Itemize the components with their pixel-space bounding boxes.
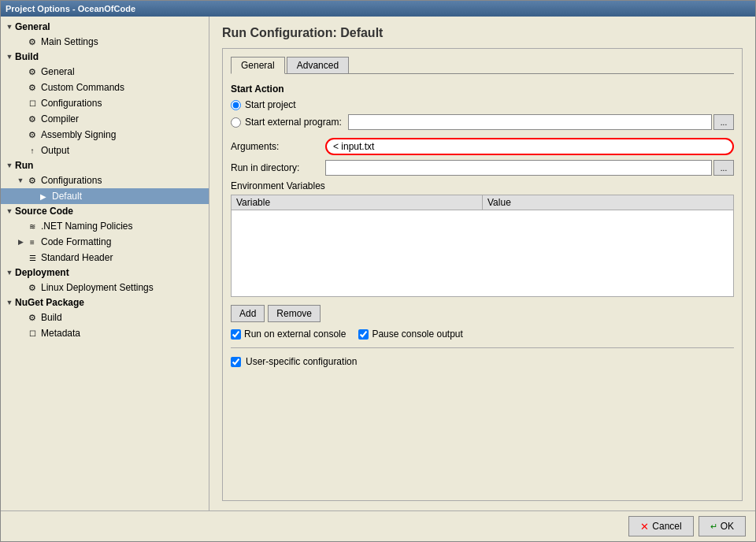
sidebar-item-general[interactable]: ▼ General	[1, 20, 209, 34]
gear-icon-2	[26, 65, 39, 78]
sidebar-item-default[interactable]: ▶ Default	[1, 188, 209, 204]
net-icon: ≋	[26, 220, 39, 232]
sidebar-item-code-formatting[interactable]: ▶ ≡ Code Formatting	[1, 234, 209, 250]
pause-console-checkbox[interactable]	[358, 329, 369, 340]
sidebar-label-build: Build	[15, 51, 39, 62]
run-external-console-label: Run on external console	[231, 329, 346, 340]
gear-icon-6	[26, 174, 39, 187]
sidebar-label-linux-deployment: Linux Deployment Settings	[41, 282, 154, 293]
sidebar-item-configurations-build[interactable]: ☐ Configurations	[1, 95, 209, 111]
sidebar-item-main-settings[interactable]: Main Settings	[1, 34, 209, 50]
sidebar-item-output[interactable]: ↑ Output	[1, 143, 209, 158]
sidebar-label-standard-header: Standard Header	[41, 252, 113, 263]
add-button[interactable]: Add	[231, 305, 265, 322]
run-icon: ▶	[37, 190, 50, 202]
sidebar-label-compiler: Compiler	[41, 113, 79, 124]
run-dir-label: Run in directory:	[231, 162, 325, 173]
gear-icon-4	[26, 113, 39, 125]
content-area: ▼ General Main Settings ▼ Build General	[1, 17, 755, 510]
radio-start-project[interactable]	[231, 100, 241, 110]
ok-button[interactable]: ↵ OK	[699, 516, 746, 536]
page-title: Run Configuration: Default	[222, 26, 743, 40]
sidebar-label-code-formatting: Code Formatting	[41, 236, 111, 247]
user-specific-label: User-specific configuration	[246, 356, 357, 367]
ok-icon: ↵	[710, 522, 717, 532]
sidebar-item-configurations-run[interactable]: ▼ Configurations	[1, 173, 209, 188]
doc-icon: ☐	[26, 97, 39, 110]
user-specific-checkbox[interactable]	[231, 357, 241, 367]
browse-dir-button[interactable]: ...	[713, 160, 734, 176]
expand-arrow-source: ▼	[4, 207, 15, 215]
sidebar-item-general-build[interactable]: General	[1, 64, 209, 80]
gear-icon-8	[26, 311, 39, 324]
sidebar-label-nuget: NuGet Package	[15, 297, 84, 308]
sidebar-label-custom-commands: Custom Commands	[41, 82, 124, 93]
sidebar-label-run: Run	[15, 160, 33, 171]
sidebar-item-assembly-signing[interactable]: Assembly Signing	[1, 127, 209, 143]
output-icon: ↑	[26, 144, 39, 157]
browse-external-button[interactable]: ...	[713, 114, 734, 130]
env-variables-table: Variable Value	[231, 195, 734, 297]
sidebar-item-compiler[interactable]: Compiler	[1, 111, 209, 127]
remove-button[interactable]: Remove	[268, 305, 321, 322]
hdr-icon: ☰	[26, 251, 39, 264]
expand-arrow-general: ▼	[4, 23, 15, 31]
sidebar-item-nuget[interactable]: ▼ NuGet Package	[1, 295, 209, 310]
gear-icon-3	[26, 81, 39, 94]
gear-icon-7	[26, 281, 39, 294]
env-btn-row: Add Remove	[231, 305, 734, 322]
arguments-input[interactable]	[325, 138, 734, 155]
radio-start-project-label: Start project	[245, 99, 296, 110]
arguments-row: Arguments:	[231, 138, 734, 155]
separator	[231, 347, 734, 348]
sidebar-label-build-nuget: Build	[41, 312, 62, 323]
expand-arrow-build: ▼	[4, 53, 15, 61]
sidebar-label-metadata: Metadata	[41, 328, 80, 339]
radio-start-external-label: Start external program:	[245, 117, 342, 128]
env-variables-label: Environment Variables	[231, 180, 734, 191]
sidebar-item-source-code[interactable]: ▼ Source Code	[1, 204, 209, 218]
tab-general[interactable]: General	[231, 57, 285, 74]
tab-advanced[interactable]: Advanced	[287, 57, 349, 73]
expand-arrow-nuget: ▼	[4, 299, 15, 306]
inner-content: General Advanced Start Action Start proj…	[222, 48, 743, 501]
sidebar-label-configurations-build: Configurations	[41, 98, 102, 109]
sidebar-item-build[interactable]: ▼ Build	[1, 50, 209, 64]
env-table-header: Variable Value	[232, 195, 734, 210]
expand-arrow-cfg-run: ▼	[15, 176, 26, 184]
env-table-body	[232, 210, 734, 297]
main-panel: Run Configuration: Default General Advan…	[209, 17, 755, 510]
sidebar-item-custom-commands[interactable]: Custom Commands	[1, 80, 209, 95]
sidebar-item-linux-deployment[interactable]: Linux Deployment Settings	[1, 280, 209, 295]
radio-row-external: Start external program: ...	[231, 114, 734, 130]
sidebar-item-net-naming[interactable]: ≋ .NET Naming Policies	[1, 218, 209, 234]
sidebar-label-deployment: Deployment	[15, 267, 69, 278]
expand-arrow-run: ▼	[4, 161, 15, 169]
sidebar-item-standard-header[interactable]: ☰ Standard Header	[1, 250, 209, 265]
sidebar-label-main-settings: Main Settings	[41, 36, 98, 47]
run-external-console-checkbox[interactable]	[231, 329, 241, 340]
footer: ✕ Cancel ↵ OK	[1, 510, 755, 541]
run-dir-input[interactable]	[325, 160, 712, 176]
console-checkbox-row: Run on external console Pause console ou…	[231, 329, 734, 340]
cancel-icon: ✕	[640, 521, 649, 533]
radio-start-external[interactable]	[231, 117, 241, 128]
sidebar: ▼ General Main Settings ▼ Build General	[1, 17, 209, 510]
empty-cell	[232, 210, 734, 297]
cancel-button[interactable]: ✕ Cancel	[628, 516, 693, 536]
pause-console-label: Pause console output	[358, 329, 462, 340]
sidebar-item-deployment[interactable]: ▼ Deployment	[1, 265, 209, 280]
titlebar: Project Options - OceanOfCode	[1, 1, 755, 17]
tab-bar: General Advanced	[231, 57, 734, 74]
sidebar-item-run[interactable]: ▼ Run	[1, 158, 209, 173]
sidebar-label-output: Output	[41, 145, 69, 156]
env-variables-section: Environment Variables Variable Value	[231, 180, 734, 297]
start-action-label: Start Action	[231, 84, 734, 95]
expand-arrow-deploy: ▼	[4, 269, 15, 277]
sidebar-label-default: Default	[52, 191, 82, 202]
external-program-input[interactable]	[348, 114, 712, 130]
radio-row-project: Start project	[231, 99, 734, 110]
sidebar-item-metadata[interactable]: ☐ Metadata	[1, 325, 209, 341]
arguments-label: Arguments:	[231, 141, 325, 152]
sidebar-item-build-nuget[interactable]: Build	[1, 310, 209, 325]
